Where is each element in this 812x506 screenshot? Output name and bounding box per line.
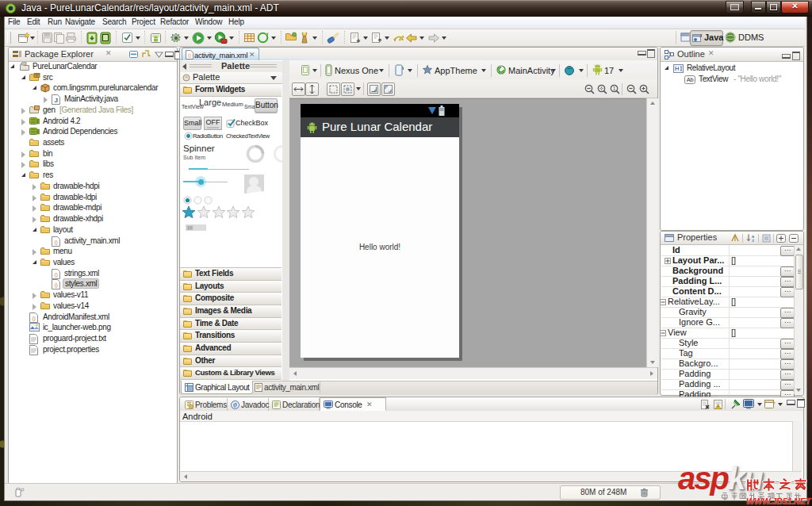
svg-text:@: @	[233, 401, 237, 408]
svg-text:1: 1	[613, 86, 616, 91]
svg-text:〈〉: 〈〉	[188, 53, 191, 58]
svg-text:z: z	[752, 238, 754, 243]
svg-text:J: J	[699, 33, 703, 39]
svg-text:J: J	[54, 97, 57, 104]
svg-text:Ab: Ab	[687, 76, 694, 83]
